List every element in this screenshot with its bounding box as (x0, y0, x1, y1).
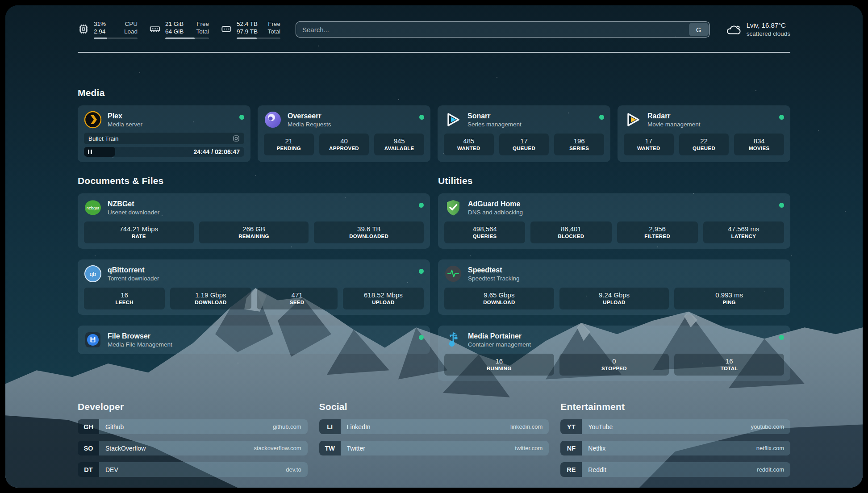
service-name: Media Portainer (468, 332, 531, 341)
status-dot (239, 115, 244, 120)
search-provider-button[interactable]: G (689, 23, 709, 36)
service-subtitle: DNS and adblocking (468, 209, 523, 216)
service-subtitle: Series management (467, 121, 522, 128)
service-name: File Browser (108, 332, 172, 341)
bookmark-abbr: RE (560, 462, 582, 477)
stat-block: 196 SERIES (554, 134, 604, 155)
service-subtitle: Speedtest Tracking (468, 275, 520, 282)
bookmark-name: StackOverflow (105, 445, 146, 452)
cloud-icon (725, 23, 741, 36)
service-card-plex[interactable]: Plex Media server Bullet Train (78, 105, 250, 162)
playback-time: 24:44 / 02:06:47 (193, 148, 244, 155)
bookmark-url: netflix.com (756, 445, 784, 451)
disk-widget: 52.4 TB 97.9 TB Free Total (221, 20, 280, 39)
adguard-icon (444, 199, 462, 217)
stat-block: 618.52 Mbps UPLOAD (343, 288, 424, 309)
bookmark-netflix[interactable]: NF Netflix netflix.com (560, 441, 790, 455)
stat-block: 17 WANTED (624, 134, 674, 155)
memory-total-value: 64 GiB (165, 28, 184, 35)
bookmark-stackoverflow[interactable]: SO StackOverflow stackoverflow.com (78, 441, 308, 455)
memory-progress-track (165, 38, 209, 39)
bookmark-linkedin[interactable]: LI LinkedIn linkedin.com (319, 419, 549, 434)
playback-progress-bar[interactable]: 24:44 / 02:06:47 (84, 147, 244, 157)
bookmark-url: stackoverflow.com (254, 445, 301, 451)
bookmark-twitter[interactable]: TW Twitter twitter.com (319, 441, 549, 455)
service-card-filebrowser[interactable]: File Browser Media File Management (78, 326, 430, 354)
bookmark-abbr: NF (560, 441, 582, 455)
session-camera-icon[interactable] (233, 135, 240, 142)
bookmark-github[interactable]: GH Github github.com (78, 419, 308, 434)
stat-block: 9.65 Gbps DOWNLOAD (444, 288, 554, 309)
cpu-usage-value: 31% (94, 20, 106, 28)
status-dot (779, 335, 784, 340)
bookmark-youtube[interactable]: YT YouTube youtube.com (560, 419, 790, 434)
qbittorrent-icon: qb (84, 265, 102, 283)
service-card-speedtest[interactable]: Speedtest Speedtest Tracking 9.65 Gbps D… (438, 259, 790, 315)
stat-block: 471 SEED (257, 288, 338, 309)
cpu-progress-fill (94, 38, 107, 39)
service-subtitle: Movie management (647, 121, 701, 128)
stat-block: 266 GB REMAINING (199, 221, 309, 243)
now-playing-title: Bullet Train (88, 135, 119, 142)
nzbget-icon: nzbget (84, 199, 102, 217)
section-social: Social LI LinkedIn linkedin.com TW Twitt… (319, 401, 549, 477)
stat-block: 17 QUEUED (499, 134, 549, 155)
section-developer: Developer GH Github github.com SO StackO… (78, 401, 308, 477)
bookmark-reddit[interactable]: RE Reddit reddit.com (560, 462, 790, 477)
section-utilities: Utilities (438, 175, 790, 381)
section-title-social: Social (319, 401, 549, 412)
radarr-icon (624, 111, 642, 129)
stat-block: 16 TOTAL (674, 354, 784, 376)
service-card-qbittorrent[interactable]: qb qBittorrent Torrent downloader (78, 259, 430, 315)
header-divider (78, 52, 790, 53)
stat-block: 16 RUNNING (444, 354, 554, 376)
search-input[interactable] (296, 21, 710, 38)
bookmark-url: reddit.com (757, 466, 784, 473)
stat-block: 498,564 QUERIES (444, 221, 525, 243)
cpu-usage-label: CPU (124, 20, 138, 28)
bookmark-name: LinkedIn (347, 423, 371, 430)
bookmark-dev[interactable]: DT DEV dev.to (78, 462, 308, 477)
resource-widgets: 31% 2.94 CPU Load (78, 20, 280, 39)
status-dot (419, 115, 424, 120)
bookmark-abbr: SO (78, 441, 99, 455)
service-card-nzbget[interactable]: nzbget NZBGet Usenet downloader 74 (78, 193, 430, 249)
memory-free-value: 21 GiB (165, 20, 184, 28)
stat-block: 834 MOVIES (734, 134, 784, 155)
memory-free-label: Free (196, 20, 209, 28)
portainer-icon (444, 331, 462, 349)
service-name: Sonarr (467, 112, 522, 121)
service-name: Plex (108, 112, 142, 121)
service-name: Speedtest (468, 266, 520, 275)
stat-block: 744.21 Mbps RATE (84, 221, 194, 243)
pause-icon[interactable] (88, 150, 92, 154)
stat-block: 86,401 BLOCKED (530, 221, 611, 243)
bookmark-name: Github (105, 423, 124, 430)
top-bar: 31% 2.94 CPU Load (78, 19, 790, 40)
service-name: AdGuard Home (468, 200, 523, 209)
service-card-radarr[interactable]: Radarr Movie management 17 WANTED 22 QUE… (618, 105, 790, 162)
section-documents: Documents & Files nzbget NZBGet (78, 175, 430, 381)
section-title-documents: Documents & Files (78, 175, 430, 186)
speedtest-icon (444, 265, 462, 283)
service-card-sonarr[interactable]: Sonarr Series management 485 WANTED 17 Q… (438, 105, 610, 162)
service-card-adguard[interactable]: AdGuard Home DNS and adblocking 498,564 … (438, 193, 790, 249)
search-bar: G (296, 21, 710, 38)
disk-progress-track (237, 38, 280, 39)
stat-block: 9.24 Gbps UPLOAD (559, 288, 669, 309)
section-title-media: Media (78, 88, 790, 98)
cpu-widget: 31% 2.94 CPU Load (78, 20, 138, 39)
stat-block: 0.993 ms PING (674, 288, 784, 309)
status-dot (419, 269, 424, 274)
bookmark-url: twitter.com (515, 445, 542, 451)
section-media: Media Plex Media server (78, 88, 790, 162)
service-card-portainer[interactable]: Media Portainer Container management 16 … (438, 326, 790, 381)
status-dot (779, 115, 784, 120)
bookmark-url: github.com (273, 423, 301, 430)
service-card-overseerr[interactable]: Overseerr Media Requests 21 PENDING 40 A… (258, 105, 430, 162)
memory-icon (149, 23, 161, 35)
disk-free-label: Free (267, 20, 280, 28)
service-name: Overseerr (288, 112, 331, 121)
stat-block: 1.19 Gbps DOWNLOAD (170, 288, 251, 309)
section-title-developer: Developer (78, 401, 308, 412)
